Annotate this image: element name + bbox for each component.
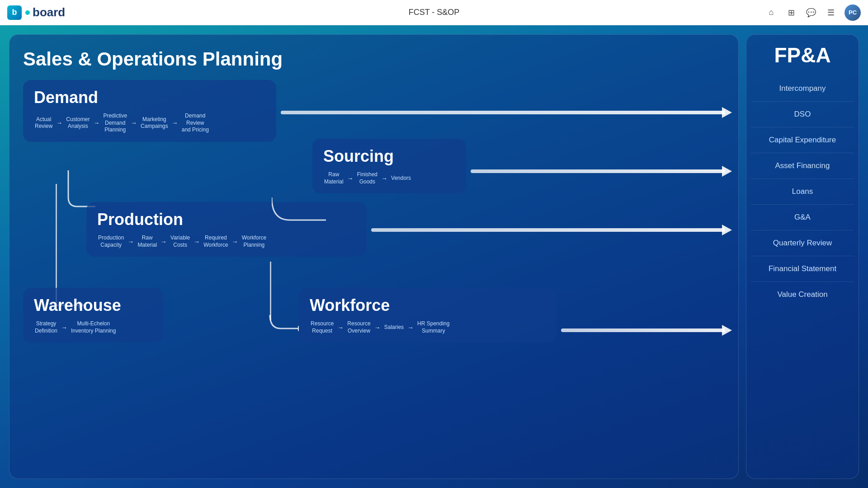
divider-3	[751, 178, 854, 179]
sidebar: FP&A Intercompany DSO Capital Expenditur…	[746, 34, 859, 479]
sourcing-arrow-0: →	[346, 175, 354, 182]
topbar: b board FCST - S&OP ⌂ ⊞ 💬 ☰ PC	[0, 0, 868, 25]
sourcing-title: Sourcing	[323, 147, 455, 166]
arrow-2: →	[130, 119, 138, 127]
page-title: Sales & Operations Planning	[23, 48, 725, 70]
sourcing-arrow-1: →	[380, 175, 388, 182]
prod-arrow-3: →	[231, 238, 239, 245]
big-arrow-workforce	[561, 328, 725, 332]
warehouse-step-1[interactable]: Multi-EchelonInventory Planning	[70, 320, 117, 334]
workforce-step-0[interactable]: ResourceRequest	[310, 320, 335, 334]
sourcing-block[interactable]: Sourcing RawMaterial → FinishedGoods → V…	[312, 139, 466, 193]
warehouse-block[interactable]: Warehouse StrategyDefinition → Multi-Ech…	[23, 288, 163, 343]
demand-flow: ActualReview → CustomerAnalysis → Predic…	[34, 113, 265, 134]
big-arrow-mid-head	[722, 166, 732, 177]
main-area: Sales & Operations Planning Demand Actua…	[0, 25, 868, 488]
workforce-block[interactable]: Workforce ResourceRequest → ResourceOver…	[299, 288, 557, 343]
nav-title: FCST - S&OP	[409, 8, 460, 17]
home-icon[interactable]: ⌂	[765, 6, 778, 19]
workforce-arrow-1: →	[373, 324, 382, 331]
logo-board: board	[25, 5, 65, 19]
logo-area: b board	[7, 5, 65, 20]
sidebar-item-gna[interactable]: G&A	[751, 206, 854, 228]
production-step-1[interactable]: RawMaterial	[137, 235, 158, 249]
sourcing-step-0[interactable]: RawMaterial	[323, 171, 344, 185]
production-step-4[interactable]: WorkforcePlanning	[241, 235, 267, 249]
nav-icons: ⌂ ⊞ 💬 ☰ PC	[765, 5, 861, 21]
demand-step-1[interactable]: CustomerAnalysis	[65, 116, 90, 130]
prod-arrow-0: →	[127, 238, 135, 245]
workforce-step-2[interactable]: Salaries	[383, 324, 405, 331]
prod-to-workforce-connector	[254, 315, 299, 338]
arrow-1: →	[92, 119, 100, 127]
demand-step-4[interactable]: DemandReviewand Pricing	[181, 113, 210, 134]
big-arrow-top	[281, 111, 725, 114]
prod-arrow-1: →	[160, 238, 168, 245]
workforce-arrow-2: →	[406, 324, 415, 331]
demand-step-3[interactable]: MarketingCampaings	[140, 116, 169, 130]
workforce-step-1[interactable]: ResourceOverview	[346, 320, 371, 334]
production-step-3[interactable]: RequiredWorkforce	[203, 235, 229, 249]
warehouse-title: Warehouse	[34, 296, 152, 315]
sidebar-item-intercompany[interactable]: Intercompany	[751, 78, 854, 99]
logo-dot	[25, 10, 30, 15]
sourcing-step-1[interactable]: FinishedGoods	[356, 171, 378, 185]
sourcing-flow: RawMaterial → FinishedGoods → Vendors	[323, 171, 455, 185]
divider-7	[751, 282, 854, 282]
sidebar-item-quarterly-review[interactable]: Quarterly Review	[751, 232, 854, 254]
divider-1	[751, 127, 854, 127]
workforce-step-3[interactable]: HR SpendingSummary	[416, 320, 450, 334]
sidebar-item-loans[interactable]: Loans	[751, 181, 854, 202]
content-area: Sales & Operations Planning Demand Actua…	[9, 34, 739, 479]
sidebar-item-asset-financing[interactable]: Asset Financing	[751, 155, 854, 177]
production-step-0[interactable]: ProductionCapacity	[97, 235, 125, 249]
avatar[interactable]: PC	[844, 5, 861, 21]
warehouse-flow: StrategyDefinition → Multi-EchelonInvent…	[34, 320, 152, 334]
vert-line-prod-workforce	[270, 262, 271, 320]
chat-icon[interactable]: 💬	[805, 6, 817, 19]
big-arrow-production-head	[722, 225, 732, 235]
divider-5	[751, 230, 854, 230]
production-flow: ProductionCapacity → RawMaterial → Varia…	[97, 235, 356, 249]
production-step-2[interactable]: VariableCosts	[170, 235, 191, 249]
grid-icon[interactable]: ⊞	[785, 6, 797, 19]
arrow-3: →	[171, 119, 179, 127]
logo-b-letter: b	[12, 8, 17, 17]
workforce-title: Workforce	[310, 296, 546, 315]
logo-b-icon: b	[7, 5, 22, 20]
demand-title: Demand	[34, 88, 265, 107]
arrow-0: →	[55, 119, 63, 127]
big-arrow-production	[371, 228, 725, 232]
divider-0	[751, 101, 854, 102]
workforce-flow: ResourceRequest → ResourceOverview → Sal…	[310, 320, 546, 334]
production-title: Production	[97, 210, 356, 229]
divider-4	[751, 204, 854, 205]
sidebar-item-dso[interactable]: DSO	[751, 103, 854, 125]
sidebar-item-financial-statement[interactable]: Financial Statement	[751, 258, 854, 280]
warehouse-step-0[interactable]: StrategyDefinition	[34, 320, 58, 334]
sidebar-item-capex[interactable]: Capital Expenditure	[751, 129, 854, 151]
production-block[interactable]: Production ProductionCapacity → RawMater…	[86, 202, 367, 257]
logo-text: board	[33, 5, 65, 19]
big-arrow-mid	[471, 169, 725, 173]
sidebar-title: FP&A	[751, 44, 854, 67]
sidebar-item-value-creation[interactable]: Value Creation	[751, 284, 854, 305]
warehouse-arrow-0: →	[60, 324, 68, 331]
divider-2	[751, 153, 854, 153]
demand-step-2[interactable]: PredictiveDemandPlanning	[102, 113, 128, 134]
big-arrow-top-head	[722, 107, 732, 118]
divider-6	[751, 256, 854, 256]
demand-step-0[interactable]: ActualReview	[34, 116, 53, 130]
demand-block[interactable]: Demand ActualReview → CustomerAnalysis →…	[23, 80, 276, 142]
sourcing-step-2[interactable]: Vendors	[390, 175, 412, 182]
prod-arrow-2: →	[193, 238, 201, 245]
menu-icon[interactable]: ☰	[825, 6, 837, 19]
big-arrow-workforce-head	[722, 325, 732, 336]
workforce-arrow-0: →	[336, 324, 344, 331]
